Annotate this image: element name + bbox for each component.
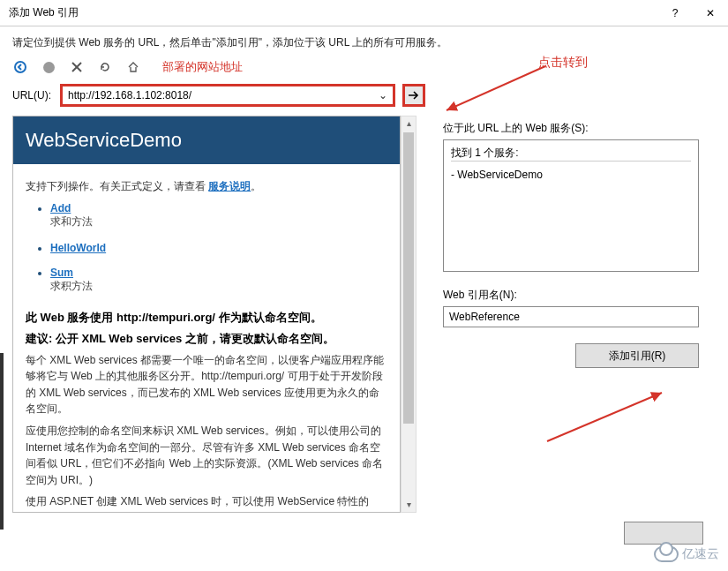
home-icon[interactable] bbox=[125, 59, 141, 75]
service-description-link[interactable]: 服务说明 bbox=[208, 180, 251, 192]
scroll-thumb[interactable] bbox=[403, 132, 414, 424]
op-link-add[interactable]: Add bbox=[50, 202, 71, 214]
refresh-icon[interactable] bbox=[97, 59, 113, 75]
annotation-click-go: 点击转到 bbox=[538, 55, 588, 71]
services-found-text: 找到 1 个服务: bbox=[451, 146, 691, 162]
url-combobox[interactable]: ⌄ bbox=[60, 84, 395, 107]
right-panel: 位于此 URL 上的 Web 服务(S): 找到 1 个服务: - WebSer… bbox=[418, 116, 716, 513]
preview-support-line: 支持下列操作。有关正式定义，请查看 服务说明。 bbox=[26, 178, 387, 195]
list-item: Add 求和方法 bbox=[50, 202, 387, 229]
svg-point-0 bbox=[15, 62, 26, 72]
watermark: 亿速云 bbox=[654, 546, 719, 562]
list-item: HelloWorld bbox=[50, 242, 387, 254]
service-item[interactable]: - WebServiceDemo bbox=[451, 169, 691, 181]
annotation-deploy-address: 部署的网站地址 bbox=[162, 59, 243, 75]
dialog-bottom-button[interactable] bbox=[624, 522, 703, 545]
stop-icon[interactable] bbox=[69, 59, 85, 75]
list-item: Sum 求积方法 bbox=[50, 267, 387, 294]
instruction-text: 请定位到提供 Web 服务的 URL，然后单击"添加引用"，添加位于该 URL … bbox=[0, 26, 728, 56]
forward-disabled-icon bbox=[41, 59, 56, 75]
url-label: URL(U): bbox=[12, 89, 51, 101]
services-label: 位于此 URL 上的 Web 服务(S): bbox=[443, 121, 716, 136]
left-edge-artifact bbox=[0, 353, 4, 530]
web-preview-pane: WebServiceDemo 支持下列操作。有关正式定义，请查看 服务说明。 A… bbox=[12, 116, 401, 513]
cloud-icon bbox=[654, 546, 679, 562]
go-button[interactable] bbox=[402, 84, 425, 107]
main-content-row: WebServiceDemo 支持下列操作。有关正式定义，请查看 服务说明。 A… bbox=[12, 116, 716, 513]
services-listbox[interactable]: 找到 1 个服务: - WebServiceDemo bbox=[443, 139, 699, 272]
preview-title: WebServiceDemo bbox=[13, 116, 400, 164]
scroll-down-icon[interactable]: ▾ bbox=[402, 498, 416, 512]
close-button[interactable]: ✕ bbox=[693, 0, 728, 26]
preview-namespace-heading: 此 Web 服务使用 http://tempuri.org/ 作为默认命名空间。 bbox=[26, 310, 387, 326]
preview-paragraph: 使用 ASP.NET 创建 XML Web services 时，可以使用 We… bbox=[26, 493, 387, 513]
url-input[interactable] bbox=[66, 88, 377, 102]
help-button[interactable]: ? bbox=[657, 0, 693, 26]
titlebar: 添加 Web 引用 ? ✕ bbox=[0, 0, 728, 26]
window-title: 添加 Web 引用 bbox=[9, 5, 657, 20]
reference-name-label: Web 引用名(N): bbox=[443, 288, 716, 303]
preview-paragraph: 应使用您控制的命名空间来标识 XML Web services。例如，可以使用公… bbox=[26, 423, 387, 488]
url-row: URL(U): ⌄ bbox=[0, 80, 728, 116]
preview-paragraph: 每个 XML Web services 都需要一个唯一的命名空间，以便客户端应用… bbox=[26, 352, 387, 417]
reference-name-input[interactable] bbox=[443, 306, 699, 327]
op-link-sum[interactable]: Sum bbox=[50, 267, 73, 279]
add-reference-button[interactable]: 添加引用(R) bbox=[575, 343, 699, 368]
back-icon[interactable] bbox=[12, 59, 28, 75]
op-link-helloworld[interactable]: HelloWorld bbox=[50, 242, 106, 254]
scroll-up-icon[interactable]: ▴ bbox=[402, 116, 416, 131]
chevron-down-icon[interactable]: ⌄ bbox=[377, 89, 389, 101]
browser-toolbar: 部署的网站地址 bbox=[0, 56, 728, 80]
preview-scrollbar[interactable]: ▴ ▾ bbox=[401, 116, 417, 513]
preview-recommend-heading: 建议: 公开 XML Web services 之前，请更改默认命名空间。 bbox=[26, 331, 387, 347]
